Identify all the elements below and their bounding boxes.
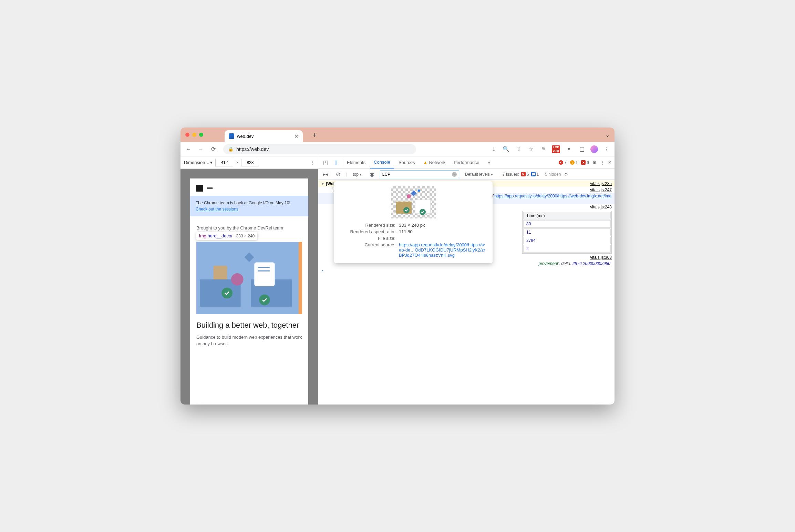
table-cell: 80 <box>523 220 611 228</box>
tab-network[interactable]: ▲Network <box>420 156 449 168</box>
svg-rect-15 <box>418 190 420 192</box>
browser-tab[interactable]: web.dev ✕ <box>225 130 303 142</box>
issues-summary[interactable]: 7 Issues: ✕6 💬1 <box>499 172 539 177</box>
back-button[interactable]: ← <box>184 145 193 154</box>
browser-window: web.dev ✕ ＋ ⌄ ← → ⟳ 🔒 https://web.dev ⤓ … <box>180 127 615 405</box>
svg-point-13 <box>420 209 426 215</box>
banner-text: The Chrome team is back at Google I/O on… <box>196 201 290 205</box>
warning-icon: ▲ <box>423 160 428 165</box>
console-filter-input[interactable]: ✕ <box>380 171 459 178</box>
hover-label: Rendered aspect ratio: <box>340 229 399 234</box>
lock-icon: 🔒 <box>228 146 234 152</box>
extensions-puzzle-icon[interactable]: ✦ <box>564 145 573 154</box>
reload-button[interactable]: ⟳ <box>209 145 218 154</box>
svg-rect-14 <box>411 191 417 196</box>
hover-value: 333 × 240 px <box>399 223 486 228</box>
url-field[interactable]: 🔒 https://web.dev <box>223 144 416 154</box>
warning-count[interactable]: !1 <box>570 160 578 165</box>
source-link[interactable]: vitals.js:248 <box>590 205 612 209</box>
svg-point-3 <box>231 273 244 286</box>
emulated-viewport: The Chrome team is back at Google I/O on… <box>180 169 318 405</box>
hidden-messages[interactable]: 5 hidden <box>545 172 561 177</box>
clear-console-icon[interactable]: ⊘ <box>333 170 342 179</box>
log-levels-selector[interactable]: Default levels ▾ <box>463 171 495 178</box>
image-hover-card: Rendered size:333 × 240 px Rendered aspe… <box>334 181 493 263</box>
tab-sources[interactable]: Sources <box>395 156 419 168</box>
favicon-icon <box>229 133 234 139</box>
hover-label: Rendered size: <box>340 223 399 228</box>
tabs-dropdown-button[interactable]: ⌄ <box>605 132 610 138</box>
side-panel-icon[interactable]: ◫ <box>577 145 586 154</box>
flag-icon[interactable]: ⚑ <box>539 145 548 154</box>
profile-avatar[interactable] <box>590 145 598 153</box>
inspect-element-icon[interactable]: ◰ <box>321 158 330 167</box>
maximize-window-button[interactable] <box>199 133 203 137</box>
tab-title: web.dev <box>237 134 254 139</box>
tab-performance[interactable]: Performance <box>450 156 483 168</box>
hero-image <box>196 242 302 314</box>
devtools-panel: ◰ ▯ Elements Console Sources ▲Network Pe… <box>318 156 615 405</box>
hover-label: File size: <box>340 236 399 241</box>
table-cell: 2784 <box>523 237 611 244</box>
device-width-input[interactable] <box>215 159 233 166</box>
hover-value <box>399 236 486 241</box>
hover-label: Current source: <box>340 242 399 258</box>
console-settings-icon[interactable]: ⚙ <box>564 172 568 177</box>
forward-button[interactable]: → <box>196 145 205 154</box>
devtools-close-button[interactable]: ✕ <box>608 160 612 165</box>
zoom-icon[interactable]: 🔍 <box>502 145 510 154</box>
tab-elements[interactable]: Elements <box>343 156 369 168</box>
page-content: The Chrome team is back at Google I/O on… <box>190 178 308 405</box>
device-toolbar-menu[interactable]: ⋮ <box>310 160 314 165</box>
announcement-banner: The Chrome team is back at Google I/O on… <box>190 196 308 216</box>
dimension-separator: × <box>236 160 238 165</box>
menu-icon[interactable] <box>207 187 213 189</box>
address-bar: ← → ⟳ 🔒 https://web.dev ⤓ 🔍 ⇧ ☆ ⚑ LCP 2.… <box>180 142 615 156</box>
window-controls <box>185 133 203 137</box>
context-selector[interactable]: top ▾ <box>350 171 364 178</box>
devtools-menu-button[interactable]: ⋮ <box>600 160 605 165</box>
minimize-window-button[interactable] <box>192 133 196 137</box>
timing-table: Time (ms) 80 11 2784 2 <box>522 211 612 254</box>
element-inspect-tooltip: img.hero__decor 333 × 240 <box>196 232 257 240</box>
install-app-icon[interactable]: ⤓ <box>489 145 498 154</box>
site-header <box>190 185 308 196</box>
error-count[interactable]: ✕7 <box>559 160 567 165</box>
site-logo-icon <box>196 185 203 192</box>
table-cell: 11 <box>523 228 611 236</box>
brought-by-text: Brought to you by the Chrome DevRel team <box>190 216 308 231</box>
titlebar: web.dev ✕ ＋ ⌄ <box>180 127 615 142</box>
browser-menu-button[interactable]: ⋮ <box>602 145 611 154</box>
devtools-settings-icon[interactable]: ⚙ <box>592 160 597 165</box>
new-tab-button[interactable]: ＋ <box>311 130 318 140</box>
bookmark-icon[interactable]: ☆ <box>526 145 535 154</box>
svg-point-16 <box>407 194 411 198</box>
source-link[interactable]: vitals.js:308 <box>590 255 612 260</box>
blocked-count[interactable]: ✕6 <box>581 160 589 165</box>
device-select[interactable]: Dimension…▾ <box>184 160 213 165</box>
page-heading: Building a better web, together <box>190 314 308 330</box>
console-prompt[interactable]: › <box>318 267 615 274</box>
svg-rect-2 <box>214 266 227 279</box>
expand-toggle-icon[interactable]: ▼ <box>321 182 326 186</box>
tabs-overflow-button[interactable]: » <box>484 156 494 168</box>
devtools-tabs: ◰ ▯ Elements Console Sources ▲Network Pe… <box>318 156 615 169</box>
device-height-input[interactable] <box>241 159 259 166</box>
hover-source-link[interactable]: https://app.requestly.io/delay/2000/http… <box>399 242 486 258</box>
source-link[interactable]: vitals.js:247 <box>590 187 612 192</box>
source-link[interactable]: vitals.js:235 <box>590 181 612 186</box>
console-toolbar: ▸◂ ⊘ | top ▾ ◉ ✕ Default levels ▾ 7 Issu… <box>318 169 615 180</box>
device-mode-toggle-icon[interactable]: ▯ <box>331 158 340 167</box>
banner-link[interactable]: Check out the sessions <box>196 207 238 212</box>
console-sidebar-toggle-icon[interactable]: ▸◂ <box>321 170 330 179</box>
live-expression-icon[interactable]: ◉ <box>368 170 376 179</box>
page-subheading: Guidance to build modern web experiences… <box>190 330 308 351</box>
close-window-button[interactable] <box>185 133 189 137</box>
tab-close-button[interactable]: ✕ <box>294 133 299 140</box>
share-icon[interactable]: ⇧ <box>514 145 523 154</box>
tab-console[interactable]: Console <box>370 156 394 168</box>
clear-filter-icon[interactable]: ✕ <box>452 172 457 177</box>
svg-rect-9 <box>244 253 254 262</box>
lcp-extension-badge[interactable]: LCP 2.88 <box>552 145 560 153</box>
thumbnail-illustration-icon <box>391 186 436 218</box>
